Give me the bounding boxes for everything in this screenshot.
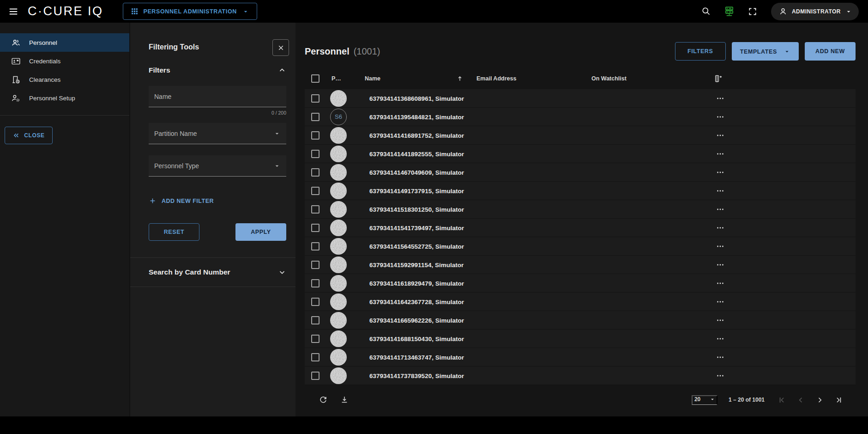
app-switcher-label: PERSONNEL ADMINISTRATION [144, 8, 237, 15]
column-header-photo[interactable]: P… [326, 75, 351, 82]
table-row[interactable]: 637934141518301250, Simulator [305, 200, 856, 219]
row-more-button[interactable] [714, 277, 727, 290]
people-icon [11, 38, 21, 48]
column-header-email[interactable]: Email Address [476, 75, 591, 82]
row-more-button[interactable] [714, 129, 727, 142]
table-row[interactable]: 637934141688150430, Simulator [305, 330, 856, 348]
row-more-button[interactable] [714, 166, 727, 179]
hamburger-menu-button[interactable] [8, 6, 18, 17]
row-checkbox[interactable] [311, 131, 319, 140]
table-row[interactable]: 637934141592991154, Simulator [305, 256, 856, 274]
table-row[interactable]: 637934141737839520, Simulator [305, 367, 856, 385]
filter-panel-close-button[interactable] [272, 39, 289, 56]
row-more-button[interactable] [714, 295, 727, 308]
row-more-button[interactable] [714, 351, 727, 364]
fullscreen-button[interactable] [744, 3, 761, 20]
first-page-button[interactable] [778, 396, 786, 404]
person-gear-icon [11, 93, 21, 103]
row-more-button[interactable] [714, 221, 727, 234]
sort-ascending-icon[interactable] [456, 75, 464, 82]
row-more-button[interactable] [714, 369, 727, 382]
row-checkbox[interactable] [311, 224, 319, 232]
row-more-button[interactable] [714, 332, 727, 345]
row-checkbox[interactable] [311, 150, 319, 158]
sidebar-item-clearances[interactable]: Clearances [0, 70, 129, 89]
avatar-photo [330, 238, 347, 255]
filters-section-label: Filters [149, 66, 170, 74]
table-row[interactable]: 637934141564552725, Simulator [305, 237, 856, 256]
filters-button[interactable]: FILTERS [675, 42, 726, 61]
previous-page-button[interactable] [796, 396, 805, 404]
column-header-watchlist[interactable]: On Watchlist [591, 75, 714, 82]
row-checkbox[interactable] [311, 279, 319, 287]
table-row[interactable]: 637934141491737915, Simulator [305, 182, 856, 200]
refresh-icon [319, 395, 328, 404]
row-more-button[interactable] [714, 147, 727, 160]
row-checkbox[interactable] [311, 298, 319, 306]
last-page-button[interactable] [834, 396, 843, 404]
add-new-button[interactable]: ADD NEW [805, 42, 856, 61]
refresh-button[interactable] [319, 395, 328, 404]
search-button[interactable] [698, 3, 715, 20]
row-checkbox[interactable] [311, 372, 319, 380]
card-search-toggle[interactable]: Search by Card Number [149, 268, 286, 276]
top-bar: C·CURE IQ PERSONNEL ADMINISTRATION [0, 0, 868, 23]
table-row[interactable]: 637934141713463747, Simulator [305, 348, 856, 367]
row-more-button[interactable] [714, 203, 727, 216]
row-checkbox[interactable] [311, 94, 319, 103]
filter-panel-title: Filtering Tools [149, 43, 286, 51]
row-checkbox[interactable] [311, 187, 319, 195]
row-more-button[interactable] [714, 110, 727, 123]
app-switcher-button[interactable]: PERSONNEL ADMINISTRATION [123, 3, 257, 20]
row-checkbox[interactable] [311, 261, 319, 269]
row-checkbox[interactable] [311, 242, 319, 251]
table-row[interactable]: 637934141441892555, Simulator [305, 145, 856, 163]
person-name: 637934141491737915, Simulator [369, 188, 464, 195]
row-more-button[interactable] [714, 92, 727, 105]
next-page-button[interactable] [815, 396, 824, 404]
add-new-filter-button[interactable]: ADD NEW FILTER [149, 197, 214, 205]
row-checkbox[interactable] [311, 316, 319, 324]
table-row[interactable]: 637934141467049609, Simulator [305, 163, 856, 182]
name-filter-input[interactable]: Name [149, 86, 286, 107]
row-more-button[interactable] [714, 258, 727, 271]
add-column-button[interactable] [714, 74, 723, 83]
more-horizontal-icon [716, 353, 725, 362]
filters-section-toggle[interactable]: Filters [149, 66, 286, 74]
personnel-type-label: Personnel Type [154, 162, 199, 170]
page-size-select[interactable]: 20 [692, 395, 717, 405]
templates-label: TEMPLATES [740, 49, 777, 55]
table-row[interactable]: 637934141416891752, Simulator [305, 126, 856, 145]
row-more-button[interactable] [714, 184, 727, 197]
table-row[interactable]: 637934141642367728, Simulator [305, 293, 856, 311]
apply-button[interactable]: APPLY [235, 223, 286, 241]
row-more-button[interactable] [714, 314, 727, 327]
partition-name-select[interactable]: Partition Name [149, 123, 286, 144]
table-row[interactable]: 637934141368608961, Simulator [305, 89, 856, 108]
column-header-name[interactable]: Name [351, 75, 476, 82]
templates-button[interactable]: TEMPLATES [732, 42, 799, 61]
sidebar-item-personnel-setup[interactable]: Personnel Setup [0, 89, 129, 107]
table-row[interactable]: 637934141541739497, Simulator [305, 219, 856, 237]
reset-button[interactable]: RESET [149, 223, 199, 241]
row-more-button[interactable] [714, 240, 727, 253]
select-all-checkbox[interactable] [311, 74, 319, 83]
table-row[interactable]: S6 637934141395484821, Simulator [305, 108, 856, 126]
next-page-icon [815, 396, 824, 404]
more-horizontal-icon [716, 131, 725, 140]
sidebar-item-credentials[interactable]: Credentials [0, 52, 129, 70]
user-menu-button[interactable]: ADMINISTRATOR [771, 3, 859, 20]
table-row[interactable]: 637934141665962226, Simulator [305, 311, 856, 330]
row-checkbox[interactable] [311, 335, 319, 343]
table-row[interactable]: 637934141618929479, Simulator [305, 274, 856, 293]
sidebar-item-personnel[interactable]: Personnel [0, 33, 129, 52]
row-checkbox[interactable] [311, 168, 319, 177]
row-checkbox[interactable] [311, 353, 319, 361]
sidebar-close-button[interactable]: CLOSE [5, 127, 53, 144]
partition-name-label: Partition Name [154, 130, 197, 137]
row-checkbox[interactable] [311, 205, 319, 214]
download-button[interactable] [340, 395, 349, 404]
row-checkbox[interactable] [311, 113, 319, 121]
server-status-button[interactable] [721, 3, 738, 20]
personnel-type-select[interactable]: Personnel Type [149, 155, 286, 177]
